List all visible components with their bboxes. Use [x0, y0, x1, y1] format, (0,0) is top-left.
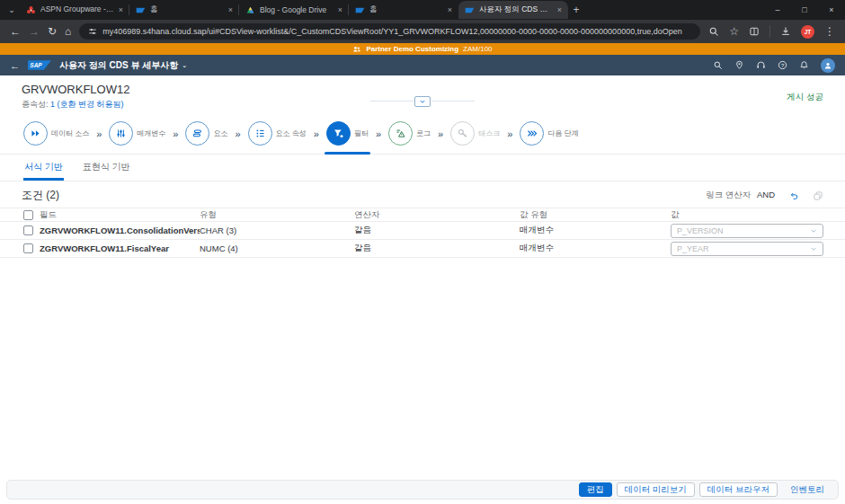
tab-search-icon[interactable]: ⌄	[4, 3, 20, 17]
value-select[interactable]: P_VERSION	[671, 224, 823, 238]
forward-button[interactable]: →	[29, 26, 40, 37]
step-label: 데이터 소스	[51, 128, 89, 138]
step-parameters[interactable]: 매개변수	[107, 121, 167, 146]
step-element-properties[interactable]: 요소 속성	[246, 121, 308, 146]
step-separator-icon: »	[314, 128, 319, 139]
step-label: 필터	[354, 128, 369, 138]
sap-favicon-icon	[465, 5, 475, 15]
browser-toolbar: ← → ↻ ⌂ my406989.s4hana.cloud.sap/ui#CDS…	[0, 20, 845, 43]
conditions-toolbar: 조건 (2) 링크 연산자 AND	[0, 181, 845, 208]
help-icon[interactable]: ?	[778, 60, 787, 70]
app-title-text: 사용자 정의 CDS 뷰 세부사항	[59, 59, 178, 72]
step-elements[interactable]: 요소	[183, 121, 229, 146]
chevron-down-icon	[810, 227, 817, 234]
elements-icon	[191, 128, 203, 139]
svg-text:SAP: SAP	[30, 62, 42, 68]
data-source-icon	[30, 128, 41, 139]
inventory-button[interactable]: 인벤토리	[782, 482, 832, 497]
dependency-link[interactable]: 1 (호환 변경 허용됨)	[50, 100, 124, 109]
minimize-button[interactable]: –	[764, 0, 791, 20]
page-title: GRVWORKFLOW12	[22, 83, 823, 96]
tab-expression-based[interactable]: 표현식 기반	[82, 155, 131, 181]
browser-menu-icon[interactable]: ⋮	[824, 26, 835, 37]
tab-close-icon[interactable]: ×	[119, 5, 123, 14]
support-headset-icon[interactable]	[756, 60, 766, 70]
row-checkbox[interactable]	[23, 225, 33, 235]
object-page-header: GRVWORKFLOW12 종속성: 1 (호환 변경 허용됨) 게시 성공 데…	[0, 75, 845, 155]
aspn-favicon-icon	[26, 5, 36, 15]
new-tab-button[interactable]: +	[568, 4, 584, 16]
browser-tab-cds-view[interactable]: 사용자 정의 CDS 뷰 세부사항 ×	[458, 1, 568, 19]
step-next-steps[interactable]: 다음 단계	[518, 121, 580, 146]
conditions-table-header: 필드 유형 연산자 값 유형 값	[0, 208, 845, 222]
step-filters[interactable]: 필터	[325, 121, 370, 146]
notifications-bell-icon[interactable]	[799, 60, 809, 70]
data-browser-button[interactable]: 데이터 브라우저	[699, 482, 778, 497]
link-operator[interactable]: 링크 연산자 AND	[706, 190, 775, 201]
address-bar[interactable]: my406989.s4hana.cloud.sap/ui#CDSView-wor…	[79, 23, 700, 40]
copy-icon[interactable]	[813, 190, 823, 201]
app-title[interactable]: 사용자 정의 CDS 뷰 세부사항 ⌄	[59, 59, 187, 72]
value-select[interactable]: P_YEAR	[671, 242, 823, 256]
conditions-actions: 링크 연산자 AND	[706, 190, 823, 201]
user-avatar[interactable]	[821, 58, 835, 73]
bookmark-star-icon[interactable]: ☆	[729, 26, 739, 37]
browser-window: ⌄ ASPN Groupware - 메일 × 홈 × Blog - Googl…	[0, 0, 845, 504]
download-icon[interactable]	[780, 26, 791, 37]
undo-icon[interactable]	[788, 190, 799, 201]
step-log[interactable]: 로그	[387, 121, 432, 146]
toolbar-right: ☆ JT ⋮	[708, 25, 835, 39]
publish-status: 게시 성공	[787, 92, 823, 103]
log-icon	[395, 128, 406, 139]
next-steps-icon	[526, 128, 538, 139]
step-task: 태스크	[449, 121, 502, 146]
value-select-text: P_YEAR	[677, 244, 709, 253]
web-page: Partner Demo Customizing ZAM/100 ← SAP 사…	[0, 43, 845, 504]
browser-profile-avatar[interactable]: JT	[801, 25, 814, 39]
step-separator-icon: »	[438, 128, 443, 139]
tab-close-icon[interactable]: ×	[338, 5, 342, 14]
shell-icons: ?	[713, 58, 835, 73]
maximize-button[interactable]: □	[791, 0, 818, 20]
back-button[interactable]: ←	[10, 26, 21, 37]
select-all-checkbox[interactable]	[23, 210, 33, 220]
browser-tab-drive[interactable]: Blog - Google Drive ×	[239, 1, 349, 19]
step-data-source[interactable]: 데이터 소스	[22, 121, 91, 146]
data-preview-button[interactable]: 데이터 미리보기	[617, 482, 695, 497]
browser-tab-home-2[interactable]: 홈 ×	[349, 1, 458, 19]
tab-title: 홈	[369, 4, 443, 15]
demo-banner: Partner Demo Customizing ZAM/100	[0, 43, 845, 55]
collapse-line	[431, 101, 475, 102]
browser-tab-home-1[interactable]: 홈 ×	[129, 1, 239, 19]
step-separator-icon: »	[235, 128, 240, 139]
search-icon[interactable]	[713, 60, 723, 70]
column-header-value-type: 값 유형	[520, 209, 671, 221]
svg-text:?: ?	[781, 63, 785, 68]
table-row[interactable]: ZGRVWORKFLOW11.FiscalYear NUMC (4) 같음 매개…	[0, 240, 845, 258]
tab-close-icon[interactable]: ×	[228, 5, 233, 14]
element-properties-icon	[254, 128, 266, 139]
split-screen-icon[interactable]	[749, 26, 760, 37]
row-checkbox[interactable]	[23, 243, 33, 253]
tab-close-icon[interactable]: ×	[557, 5, 562, 14]
home-button[interactable]: ⌂	[65, 26, 71, 37]
close-window-button[interactable]: ×	[818, 0, 845, 20]
chevron-down-icon[interactable]: ⌄	[182, 62, 187, 69]
edit-button[interactable]: 편집	[579, 482, 612, 497]
refresh-button[interactable]: ↻	[48, 26, 57, 37]
zoom-icon[interactable]	[708, 26, 719, 37]
column-header-operator: 연산자	[354, 209, 520, 221]
collapse-header-button[interactable]	[414, 96, 431, 107]
tab-form-based[interactable]: 서식 기반	[23, 155, 64, 181]
sap-favicon-icon	[355, 5, 365, 15]
tab-close-icon[interactable]: ×	[448, 5, 452, 14]
browser-tab-aspn[interactable]: ASPN Groupware - 메일 ×	[20, 1, 129, 19]
table-row[interactable]: ZGRVWORKFLOW11.ConsolidationVersionEleme…	[0, 222, 845, 240]
feedback-pin-icon[interactable]	[734, 60, 744, 70]
column-header-type: 유형	[200, 209, 354, 221]
field-cell: ZGRVWORKFLOW11.FiscalYear	[40, 243, 200, 253]
field-cell: ZGRVWORKFLOW11.ConsolidationVersionEleme…	[40, 225, 200, 235]
value-type-cell: 매개변수	[520, 243, 671, 254]
shell-back-icon[interactable]: ←	[10, 60, 20, 71]
site-settings-icon[interactable]	[88, 27, 97, 36]
